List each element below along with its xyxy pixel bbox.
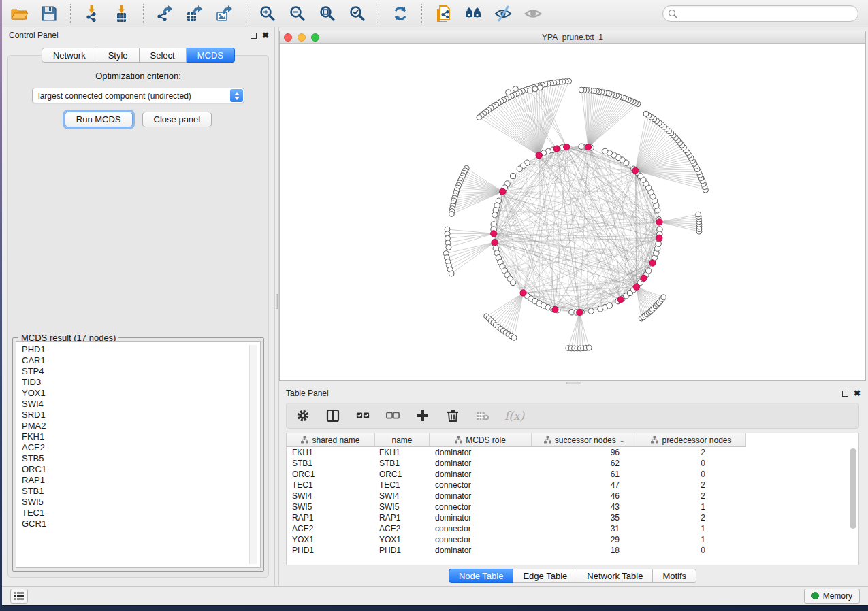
column-header-successor-nodes[interactable]: successor nodes⌄: [532, 433, 637, 446]
memory-button[interactable]: Memory: [804, 589, 860, 604]
mcds-result-item[interactable]: RAP1: [22, 475, 260, 486]
import-table-icon[interactable]: [112, 3, 132, 24]
mcds-result-item[interactable]: GCR1: [22, 518, 260, 529]
zoom-fit-icon[interactable]: [317, 3, 338, 24]
leaf-node[interactable]: [506, 90, 511, 95]
tab-mcds[interactable]: MCDS: [187, 48, 235, 63]
mcds-node[interactable]: [649, 260, 656, 266]
find-icon[interactable]: [463, 3, 483, 24]
mcds-node[interactable]: [585, 144, 591, 150]
deselect-all-icon[interactable]: [385, 408, 401, 424]
table-scrollbar[interactable]: [849, 448, 857, 563]
mcds-node[interactable]: [641, 275, 647, 281]
float-table-panel-icon[interactable]: [842, 391, 848, 397]
mcds-node[interactable]: [552, 306, 558, 312]
mcds-node[interactable]: [500, 188, 506, 195]
leaf-node[interactable]: [586, 345, 592, 350]
leaf-node[interactable]: [528, 88, 533, 93]
mcds-result-item[interactable]: STP4: [22, 366, 260, 377]
search-input[interactable]: [662, 5, 858, 22]
column-header-shared-name[interactable]: shared name: [287, 433, 375, 446]
mcds-result-item[interactable]: TID3: [22, 377, 260, 388]
leaf-node[interactable]: [511, 335, 517, 340]
mcds-node[interactable]: [617, 297, 624, 303]
column-header-name[interactable]: name: [375, 433, 430, 446]
network-from-selection-icon[interactable]: [433, 3, 453, 24]
mcds-node[interactable]: [520, 290, 526, 296]
table-row[interactable]: ACE2ACE2connector311: [287, 523, 858, 534]
mcds-node[interactable]: [564, 144, 570, 150]
leaf-node[interactable]: [661, 295, 666, 300]
mcds-node[interactable]: [577, 309, 583, 315]
optimization-criterion-select[interactable]: largest connected component (undirected): [32, 88, 244, 103]
hide-selected-icon[interactable]: [493, 3, 513, 24]
mcds-result-item[interactable]: CAR1: [22, 355, 260, 366]
tab-edge-table[interactable]: Edge Table: [513, 569, 577, 583]
refresh-icon[interactable]: [390, 3, 411, 24]
table-row[interactable]: RAP1RAP1dominator352: [287, 512, 858, 523]
float-panel-icon[interactable]: [251, 33, 257, 39]
leaf-node[interactable]: [477, 114, 482, 120]
zoom-in-icon[interactable]: [257, 3, 278, 24]
leaf-node[interactable]: [449, 271, 454, 276]
open-file-icon[interactable]: [9, 3, 29, 24]
mcds-result-item[interactable]: SWI4: [22, 399, 260, 410]
network-node[interactable]: [588, 308, 594, 314]
run-mcds-button[interactable]: Run MCDS: [65, 112, 133, 127]
mcds-result-item[interactable]: YOX1: [22, 388, 260, 399]
close-table-panel-icon[interactable]: ✖: [854, 390, 861, 397]
mcds-node[interactable]: [633, 284, 639, 290]
tab-network-table[interactable]: Network Table: [577, 569, 653, 583]
network-node[interactable]: [602, 148, 608, 154]
mcds-result-item[interactable]: FKH1: [22, 431, 260, 442]
mcds-node[interactable]: [656, 219, 662, 225]
export-table-icon[interactable]: [184, 3, 205, 24]
close-panel-icon[interactable]: ✖: [262, 32, 269, 39]
mcds-result-list[interactable]: PHD1CAR1STP4TID3YOX1SWI4SRD1PMA2FKH1ACE2…: [16, 341, 261, 568]
close-panel-button[interactable]: Close panel: [142, 112, 212, 127]
import-network-icon[interactable]: [82, 3, 102, 24]
network-node[interactable]: [517, 166, 522, 171]
column-header-MCDS-role[interactable]: MCDS role: [430, 433, 532, 446]
mcds-result-item[interactable]: PHD1: [22, 344, 260, 355]
zoom-out-icon[interactable]: [287, 3, 308, 24]
table-row[interactable]: FKH1FKH1dominator962: [287, 447, 858, 458]
network-node[interactable]: [579, 144, 584, 149]
column-header-predecessor-nodes[interactable]: predecessor nodes: [637, 433, 746, 446]
table-row[interactable]: ORC1ORC1dominator610: [287, 469, 858, 480]
delete-column-icon[interactable]: [445, 408, 461, 424]
table-row[interactable]: STB1STB1dominator620: [287, 458, 858, 469]
tab-style[interactable]: Style: [97, 48, 140, 63]
result-list-scrollbar[interactable]: [249, 345, 257, 564]
leaf-node[interactable]: [513, 86, 518, 92]
leaf-node[interactable]: [446, 244, 451, 250]
zoom-selected-icon[interactable]: [347, 3, 368, 24]
vertical-splitter[interactable]: [274, 27, 279, 586]
mcds-node[interactable]: [536, 152, 542, 159]
gear-icon[interactable]: [295, 408, 311, 424]
export-network-icon[interactable]: [155, 3, 175, 24]
tab-motifs[interactable]: Motifs: [653, 569, 696, 583]
table-row[interactable]: TEC1TEC1connector472: [287, 480, 858, 491]
mcds-result-item[interactable]: PMA2: [22, 420, 260, 431]
mcds-node[interactable]: [656, 235, 662, 241]
table-row[interactable]: SWI5SWI5connector431: [287, 501, 858, 512]
mcds-result-item[interactable]: ACE2: [22, 442, 260, 453]
leaf-node[interactable]: [537, 85, 543, 90]
show-column-icon[interactable]: [325, 408, 341, 424]
leaf-node[interactable]: [643, 111, 649, 116]
mcds-node[interactable]: [491, 231, 497, 237]
mcds-result-item[interactable]: SRD1: [22, 410, 260, 420]
mcds-result-item[interactable]: TEC1: [22, 508, 260, 518]
add-column-icon[interactable]: [415, 408, 431, 424]
table-row[interactable]: YOX1YOX1connector291: [287, 534, 858, 545]
mcds-result-item[interactable]: STB1: [22, 486, 260, 497]
leaf-node[interactable]: [449, 211, 454, 216]
task-history-button[interactable]: [10, 589, 28, 604]
tab-node-table[interactable]: Node Table: [449, 569, 514, 583]
select-all-icon[interactable]: [355, 408, 371, 424]
save-session-icon[interactable]: [39, 3, 59, 24]
mcds-node[interactable]: [632, 167, 639, 174]
table-row[interactable]: SWI4SWI4dominator462: [287, 491, 858, 501]
table-row[interactable]: PHD1PHD1dominator180: [287, 545, 858, 556]
